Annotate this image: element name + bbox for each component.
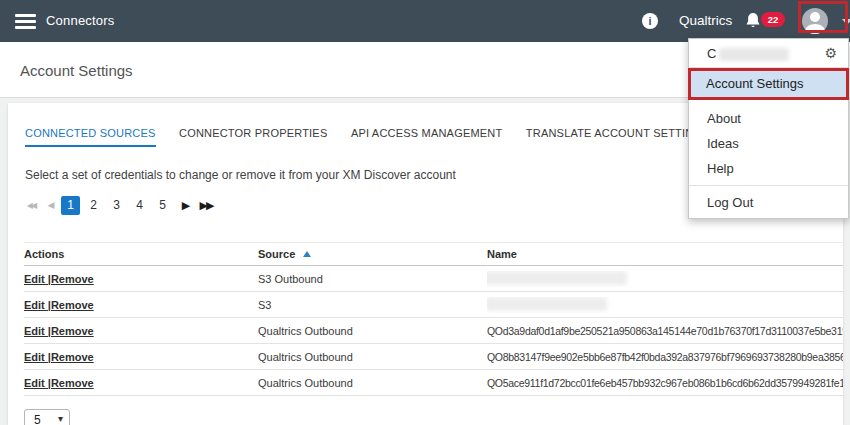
column-header-source-label: Source: [258, 248, 295, 260]
menu-item-about[interactable]: About: [689, 106, 848, 131]
menu-item-log-out[interactable]: Log Out: [689, 186, 848, 216]
top-navbar: Connectors i Qualtrics 22: [0, 0, 850, 42]
page-button-4[interactable]: 4: [130, 196, 149, 215]
source-cell: Qualtrics Outbound: [258, 351, 487, 363]
source-cell: S3 Outbound: [258, 273, 487, 285]
edit-remove-link[interactable]: Edit |Remove: [24, 325, 94, 337]
pagination: ◀◀ ◀ 1 2 3 4 5 ▶ ▶▶: [21, 195, 216, 215]
tab-connected-sources[interactable]: CONNECTED SOURCES: [25, 127, 156, 147]
page-button-1[interactable]: 1: [61, 196, 80, 215]
column-header-actions[interactable]: Actions: [24, 248, 258, 260]
column-header-source[interactable]: Source: [258, 248, 487, 260]
user-avatar[interactable]: [802, 8, 828, 34]
tab-api-access-management[interactable]: API ACCESS MANAGEMENT: [351, 127, 503, 145]
source-cell: Qualtrics Outbound: [258, 325, 487, 337]
screen: Connectors i Qualtrics 22 Account Settin…: [0, 0, 850, 425]
name-cell: QO8b83147f9ee902e5bb6e87fb42f0bda392a837…: [487, 351, 843, 363]
brand-menu[interactable]: Qualtrics: [679, 0, 732, 42]
hamburger-menu-icon[interactable]: [15, 14, 36, 29]
tab-connector-properties[interactable]: CONNECTOR PROPERTIES: [179, 127, 327, 145]
page-size-value: 5: [34, 413, 41, 425]
page-button-2[interactable]: 2: [84, 196, 103, 215]
app-title: Connectors: [46, 0, 114, 42]
last-page-icon[interactable]: ▶▶: [196, 199, 216, 212]
gear-icon[interactable]: ⚙: [824, 39, 837, 68]
table-row: Edit |Remove S3: [24, 292, 843, 318]
sort-ascending-icon: [303, 251, 311, 257]
edit-remove-link[interactable]: Edit |Remove: [24, 299, 94, 311]
user-dropdown-menu: C ⚙ Account Settings About Ideas Help Lo…: [688, 38, 849, 219]
page-size-select[interactable]: 5 ▾: [24, 409, 70, 425]
page-button-5[interactable]: 5: [153, 196, 172, 215]
avatar-head: [810, 12, 820, 22]
column-header-name[interactable]: Name: [487, 248, 843, 260]
name-cell: QOd3a9daf0d1af9be250521a950863a145144e70…: [487, 325, 843, 337]
menu-item-help[interactable]: Help: [689, 156, 848, 181]
tab-translate-account-settings[interactable]: TRANSLATE ACCOUNT SETTINGS: [526, 127, 710, 145]
source-cell: Qualtrics Outbound: [258, 377, 487, 389]
menu-item-ideas[interactable]: Ideas: [689, 131, 848, 156]
info-icon[interactable]: i: [642, 13, 658, 29]
redacted-user-name: [719, 48, 789, 61]
edit-remove-link[interactable]: Edit |Remove: [24, 351, 94, 363]
source-cell: S3: [258, 299, 487, 311]
notifications-bell-icon[interactable]: [744, 11, 762, 30]
menu-item-account-settings[interactable]: Account Settings: [688, 68, 849, 100]
name-cell: QO5ace911f1d72bcc01fe6eb457bb932c967eb08…: [487, 377, 843, 389]
user-name-row: C ⚙: [689, 39, 848, 68]
avatar-torso: [805, 24, 825, 34]
redacted-text: [487, 297, 607, 311]
table-header-row: Actions Source Name: [24, 242, 843, 266]
avatar-caret-down-icon[interactable]: [842, 19, 850, 25]
prev-page-icon[interactable]: ◀: [41, 200, 61, 210]
page-title: Account Settings: [20, 62, 133, 79]
table-row: Edit |Remove S3 Outbound: [24, 266, 843, 292]
table-row: Edit |Remove Qualtrics Outbound QO5ace91…: [24, 370, 843, 396]
redacted-text: [487, 271, 627, 285]
chevron-down-icon: ▾: [58, 413, 63, 424]
table-row: Edit |Remove Qualtrics Outbound QO8b8314…: [24, 344, 843, 370]
edit-remove-link[interactable]: Edit |Remove: [24, 377, 94, 389]
credentials-table: Actions Source Name Edit |Remove S3 Outb…: [24, 242, 843, 396]
user-initial: C: [707, 46, 716, 61]
edit-remove-link[interactable]: Edit |Remove: [24, 273, 94, 285]
menu-group: About Ideas Help: [689, 100, 848, 181]
table-row: Edit |Remove Qualtrics Outbound QOd3a9da…: [24, 318, 843, 344]
page-button-3[interactable]: 3: [107, 196, 126, 215]
next-page-icon[interactable]: ▶: [176, 199, 196, 212]
notification-count-badge: 22: [761, 12, 785, 27]
first-page-icon[interactable]: ◀◀: [21, 201, 41, 210]
